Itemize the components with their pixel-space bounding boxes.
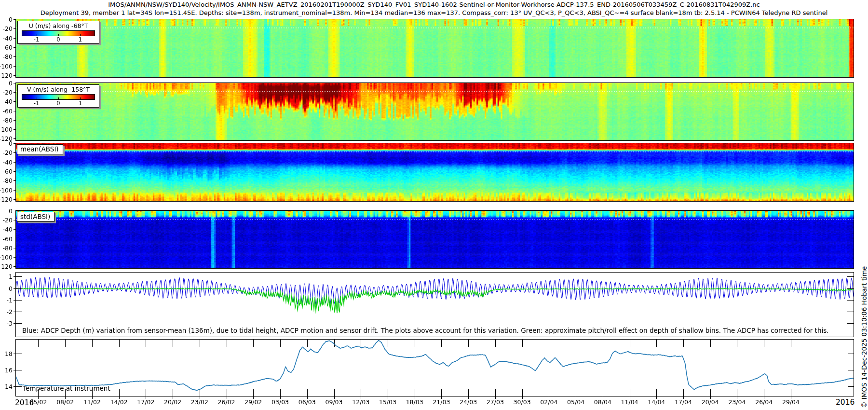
- x-tick-mark: [710, 396, 711, 399]
- x-tick-mark: [683, 396, 684, 399]
- u-depth-axis: 0-20-40-60-80-100-120: [0, 19, 15, 77]
- u-velocity-heatmap: [16, 19, 854, 77]
- y-tick-label: -40: [3, 226, 13, 233]
- y-tick-label: 0: [9, 285, 13, 292]
- y-tick-label: 0: [9, 16, 13, 23]
- y-tick-mark: [14, 370, 15, 370]
- colorbar-tick-label: 0: [56, 100, 60, 107]
- x-tick-label: 02/04: [540, 398, 557, 406]
- y-tick-label: -60: [3, 168, 13, 175]
- y-tick-mark: [14, 211, 15, 211]
- x-tick-label: 14/02: [110, 398, 128, 406]
- y-tick-mark: [14, 129, 15, 130]
- v-velocity-panel: V (m/s) along -158°T -101: [15, 82, 854, 141]
- x-tick-mark: [388, 396, 388, 399]
- x-tick-label: 06/03: [298, 398, 316, 406]
- y-tick-label: -20: [3, 149, 13, 156]
- x-tick-label: 12/03: [352, 398, 369, 406]
- x-tick-mark: [361, 396, 361, 399]
- x-tick-mark: [146, 396, 146, 399]
- y-tick-label: -20: [3, 217, 13, 224]
- figure-subtitle: Deployment 39, member 1 lat=34S lon=151.…: [0, 9, 868, 16]
- y-tick-label: -60: [3, 235, 13, 242]
- y-tick-label: -100: [0, 253, 13, 260]
- temperature-plot: [16, 340, 854, 396]
- y-tick-label: -40: [3, 98, 13, 105]
- u-colorbar-legend: U (m/s) along -68°T -101: [17, 21, 99, 44]
- colorbar-tick-label: -1: [34, 100, 39, 107]
- y-tick-label: -40: [3, 158, 13, 165]
- x-tick-label: 03/03: [271, 398, 289, 406]
- x-tick-mark: [92, 396, 93, 399]
- x-tick-label: 21/03: [433, 398, 450, 406]
- x-tick-label: 29/02: [244, 398, 262, 406]
- depth-variation-y-axis: 10-1-2-3: [0, 273, 15, 337]
- temperature-label: Temperature at instrument: [23, 384, 110, 392]
- y-tick-mark: [14, 19, 15, 20]
- x-tick-label: 29/04: [782, 398, 800, 406]
- y-tick-mark: [14, 47, 15, 48]
- temperature-panel: Temperature at instrument: [15, 339, 854, 396]
- watermark: © IMOS 14-Dec-2025 03:10:06 Hobart time: [860, 266, 868, 408]
- x-tick-mark: [307, 396, 308, 399]
- v-velocity-heatmap: [16, 83, 854, 140]
- std-absi-label: std(ABSI): [17, 212, 54, 222]
- y-tick-label: -60: [3, 44, 13, 51]
- x-tick-label: 24/03: [460, 398, 477, 406]
- y-tick-label: -3: [7, 320, 13, 327]
- std-absi-panel: std(ABSI): [15, 210, 854, 269]
- y-tick-label: -80: [3, 244, 13, 251]
- x-tick-label: 18/03: [406, 398, 423, 406]
- y-tick-mark: [14, 120, 15, 121]
- y-tick-label: -100: [0, 125, 13, 133]
- y-tick-mark: [14, 386, 15, 387]
- v-colorbar: [22, 94, 95, 100]
- x-tick-mark: [227, 396, 227, 399]
- y-tick-mark: [14, 199, 15, 200]
- y-tick-mark: [14, 266, 15, 267]
- y-tick-mark: [14, 92, 15, 93]
- y-tick-mark: [14, 28, 15, 29]
- mean-absi-panel: mean(ABSI): [15, 143, 854, 202]
- u-colorbar-ticks: -101: [18, 36, 99, 43]
- adcp-figure: IMOS/ANMN/NSW/SYD140/Velocity/IMOS_ANMN-…: [0, 0, 868, 410]
- y-tick-label: -100: [0, 62, 13, 69]
- x-tick-label: 17/04: [675, 398, 692, 406]
- u-legend-title: U (m/s) along -68°T: [18, 22, 99, 30]
- x-tick-label: 08/04: [594, 398, 611, 406]
- x-tick-mark: [630, 396, 630, 399]
- y-tick-label: -20: [3, 89, 13, 96]
- y-tick-mark: [14, 38, 15, 39]
- depth-variation-panel: Blue: ADCP Depth (m) variation from sens…: [15, 272, 854, 337]
- y-tick-mark: [14, 312, 15, 312]
- y-tick-mark: [14, 190, 15, 191]
- x-axis: 2016 2016 05/0208/0211/0214/0217/0220/02…: [0, 396, 868, 409]
- y-tick-mark: [14, 180, 15, 181]
- y-tick-mark: [14, 75, 15, 76]
- mean-absi-heatmap: [16, 143, 854, 201]
- y-tick-label: -100: [0, 186, 13, 193]
- y-tick-label: 18: [5, 350, 13, 357]
- x-tick-label: 08/02: [56, 398, 74, 406]
- x-tick-label: 23/04: [728, 398, 746, 406]
- x-tick-mark: [522, 396, 523, 399]
- y-tick-mark: [14, 171, 15, 172]
- y-tick-mark: [14, 56, 15, 57]
- y-tick-label: -2: [7, 308, 13, 315]
- x-tick-mark: [737, 396, 737, 399]
- x-tick-mark: [38, 396, 39, 399]
- y-tick-label: -80: [3, 177, 13, 184]
- std-absi-depth-axis: 0-20-40-60-80-100-120: [0, 211, 15, 268]
- x-tick-label: 11/02: [83, 398, 101, 406]
- x-tick-mark: [334, 396, 335, 399]
- x-tick-mark: [549, 396, 549, 399]
- x-axis-year-right: 2016: [836, 398, 854, 407]
- x-tick-mark: [764, 396, 764, 399]
- x-tick-mark: [603, 396, 603, 399]
- colorbar-tick-label: 0: [56, 36, 60, 43]
- x-tick-label: 20/04: [702, 398, 719, 406]
- x-tick-mark: [656, 396, 657, 399]
- colorbar-tick-label: 1: [79, 36, 82, 43]
- y-tick-mark: [14, 229, 15, 230]
- y-tick-mark: [14, 239, 15, 239]
